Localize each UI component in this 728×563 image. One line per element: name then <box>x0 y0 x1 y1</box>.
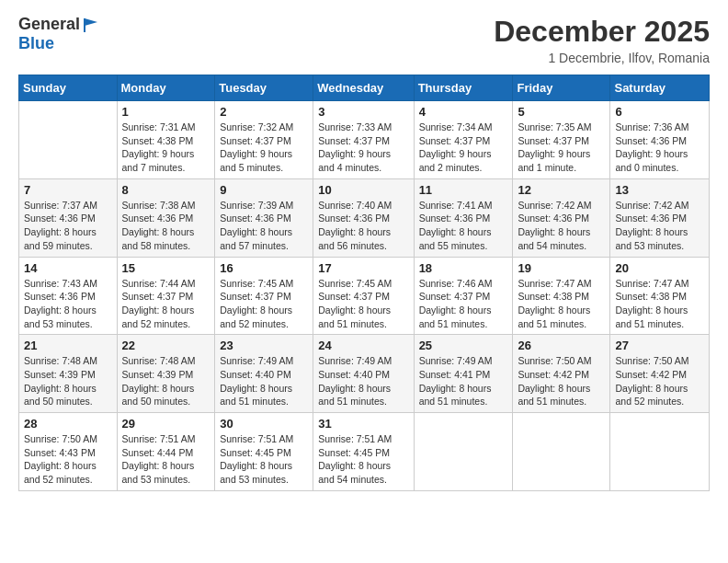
month-title: December 2025 <box>494 15 710 49</box>
calendar-cell <box>513 413 610 491</box>
day-info: Sunrise: 7:31 AMSunset: 4:38 PMDaylight:… <box>122 121 210 175</box>
calendar-cell: 29Sunrise: 7:51 AMSunset: 4:44 PMDayligh… <box>117 413 215 491</box>
calendar-cell: 1Sunrise: 7:31 AMSunset: 4:38 PMDaylight… <box>117 101 215 179</box>
calendar-cell: 25Sunrise: 7:49 AMSunset: 4:41 PMDayligh… <box>414 335 513 413</box>
calendar-cell: 3Sunrise: 7:33 AMSunset: 4:37 PMDaylight… <box>313 101 414 179</box>
day-info: Sunrise: 7:51 AMSunset: 4:44 PMDaylight:… <box>122 432 210 487</box>
day-number: 23 <box>220 339 308 352</box>
day-number: 29 <box>122 417 210 431</box>
logo-blue-text: Blue <box>18 34 54 52</box>
day-number: 10 <box>318 183 408 197</box>
calendar-cell: 6Sunrise: 7:36 AMSunset: 4:36 PMDaylight… <box>610 101 710 179</box>
calendar-cell: 15Sunrise: 7:44 AMSunset: 4:37 PMDayligh… <box>117 257 215 335</box>
day-info: Sunrise: 7:45 AMSunset: 4:37 PMDaylight:… <box>220 277 308 331</box>
calendar-cell: 20Sunrise: 7:47 AMSunset: 4:38 PMDayligh… <box>610 257 710 335</box>
day-number: 14 <box>24 261 112 275</box>
calendar-cell: 10Sunrise: 7:40 AMSunset: 4:36 PMDayligh… <box>313 178 414 257</box>
calendar-cell: 11Sunrise: 7:41 AMSunset: 4:36 PMDayligh… <box>414 178 513 257</box>
day-number: 27 <box>615 339 704 352</box>
calendar-day-header: Thursday <box>414 75 513 101</box>
calendar-cell: 2Sunrise: 7:32 AMSunset: 4:37 PMDaylight… <box>215 101 313 179</box>
day-info: Sunrise: 7:34 AMSunset: 4:37 PMDaylight:… <box>419 121 508 175</box>
day-info: Sunrise: 7:47 AMSunset: 4:38 PMDaylight:… <box>615 277 704 331</box>
calendar-day-header: Sunday <box>19 75 118 101</box>
day-info: Sunrise: 7:35 AMSunset: 4:37 PMDaylight:… <box>518 121 605 175</box>
day-info: Sunrise: 7:50 AMSunset: 4:43 PMDaylight:… <box>24 432 112 487</box>
day-info: Sunrise: 7:50 AMSunset: 4:42 PMDaylight:… <box>615 354 704 408</box>
day-number: 17 <box>318 261 408 275</box>
calendar-cell: 26Sunrise: 7:50 AMSunset: 4:42 PMDayligh… <box>513 335 610 413</box>
day-number: 28 <box>24 417 112 431</box>
day-info: Sunrise: 7:50 AMSunset: 4:42 PMDaylight:… <box>518 354 605 408</box>
day-number: 6 <box>615 105 704 119</box>
calendar-week-row: 7Sunrise: 7:37 AMSunset: 4:36 PMDaylight… <box>19 178 710 257</box>
day-info: Sunrise: 7:32 AMSunset: 4:37 PMDaylight:… <box>220 121 308 175</box>
calendar-day-header: Friday <box>513 75 610 101</box>
subtitle: 1 Decembrie, Ilfov, Romania <box>494 51 710 65</box>
logo-flag-icon <box>82 16 100 34</box>
page-container: General Blue December 2025 1 Decembrie, … <box>0 0 728 506</box>
calendar-header: SundayMondayTuesdayWednesdayThursdayFrid… <box>19 75 710 101</box>
calendar-cell <box>19 101 118 179</box>
calendar-cell: 22Sunrise: 7:48 AMSunset: 4:39 PMDayligh… <box>117 335 215 413</box>
calendar-cell: 31Sunrise: 7:51 AMSunset: 4:45 PMDayligh… <box>313 413 414 491</box>
day-number: 11 <box>419 183 508 197</box>
calendar-cell: 7Sunrise: 7:37 AMSunset: 4:36 PMDaylight… <box>19 178 118 257</box>
calendar-cell: 21Sunrise: 7:48 AMSunset: 4:39 PMDayligh… <box>19 335 118 413</box>
day-number: 15 <box>122 261 210 275</box>
day-number: 4 <box>419 105 508 119</box>
day-number: 25 <box>419 339 508 352</box>
day-info: Sunrise: 7:49 AMSunset: 4:40 PMDaylight:… <box>220 354 308 408</box>
calendar-table: SundayMondayTuesdayWednesdayThursdayFrid… <box>18 75 710 491</box>
day-number: 13 <box>615 183 704 197</box>
day-info: Sunrise: 7:42 AMSunset: 4:36 PMDaylight:… <box>615 199 704 253</box>
day-info: Sunrise: 7:48 AMSunset: 4:39 PMDaylight:… <box>122 354 210 408</box>
day-info: Sunrise: 7:45 AMSunset: 4:37 PMDaylight:… <box>318 277 408 331</box>
day-number: 31 <box>318 417 408 431</box>
calendar-cell: 18Sunrise: 7:46 AMSunset: 4:37 PMDayligh… <box>414 257 513 335</box>
calendar-week-row: 28Sunrise: 7:50 AMSunset: 4:43 PMDayligh… <box>19 413 710 491</box>
day-number: 1 <box>122 105 210 119</box>
day-info: Sunrise: 7:49 AMSunset: 4:40 PMDaylight:… <box>318 354 408 408</box>
day-info: Sunrise: 7:40 AMSunset: 4:36 PMDaylight:… <box>318 199 408 253</box>
calendar-cell: 23Sunrise: 7:49 AMSunset: 4:40 PMDayligh… <box>215 335 313 413</box>
header: General Blue December 2025 1 Decembrie, … <box>18 15 710 65</box>
calendar-cell <box>414 413 513 491</box>
day-info: Sunrise: 7:49 AMSunset: 4:41 PMDaylight:… <box>419 354 508 408</box>
calendar-cell: 13Sunrise: 7:42 AMSunset: 4:36 PMDayligh… <box>610 178 710 257</box>
day-info: Sunrise: 7:33 AMSunset: 4:37 PMDaylight:… <box>318 121 408 175</box>
day-info: Sunrise: 7:36 AMSunset: 4:36 PMDaylight:… <box>615 121 704 175</box>
day-number: 8 <box>122 183 210 197</box>
svg-marker-0 <box>85 18 97 26</box>
day-info: Sunrise: 7:41 AMSunset: 4:36 PMDaylight:… <box>419 199 508 253</box>
calendar-cell: 9Sunrise: 7:39 AMSunset: 4:36 PMDaylight… <box>215 178 313 257</box>
day-number: 30 <box>220 417 308 431</box>
logo: General Blue <box>18 15 100 53</box>
day-info: Sunrise: 7:46 AMSunset: 4:37 PMDaylight:… <box>419 277 508 331</box>
calendar-day-header: Saturday <box>610 75 710 101</box>
calendar-day-header: Tuesday <box>215 75 313 101</box>
calendar-week-row: 1Sunrise: 7:31 AMSunset: 4:38 PMDaylight… <box>19 101 710 179</box>
day-number: 21 <box>24 339 112 352</box>
day-info: Sunrise: 7:51 AMSunset: 4:45 PMDaylight:… <box>220 432 308 487</box>
calendar-header-row: SundayMondayTuesdayWednesdayThursdayFrid… <box>19 75 710 101</box>
calendar-cell: 19Sunrise: 7:47 AMSunset: 4:38 PMDayligh… <box>513 257 610 335</box>
day-number: 22 <box>122 339 210 352</box>
day-number: 20 <box>615 261 704 275</box>
day-info: Sunrise: 7:43 AMSunset: 4:36 PMDaylight:… <box>24 277 112 331</box>
day-number: 19 <box>518 261 605 275</box>
day-info: Sunrise: 7:37 AMSunset: 4:36 PMDaylight:… <box>24 199 112 253</box>
calendar-cell <box>610 413 710 491</box>
day-number: 12 <box>518 183 605 197</box>
day-info: Sunrise: 7:47 AMSunset: 4:38 PMDaylight:… <box>518 277 605 331</box>
day-info: Sunrise: 7:51 AMSunset: 4:45 PMDaylight:… <box>318 432 408 487</box>
calendar-cell: 17Sunrise: 7:45 AMSunset: 4:37 PMDayligh… <box>313 257 414 335</box>
day-info: Sunrise: 7:38 AMSunset: 4:36 PMDaylight:… <box>122 199 210 253</box>
calendar-cell: 16Sunrise: 7:45 AMSunset: 4:37 PMDayligh… <box>215 257 313 335</box>
day-number: 16 <box>220 261 308 275</box>
day-info: Sunrise: 7:39 AMSunset: 4:36 PMDaylight:… <box>220 199 308 253</box>
day-number: 5 <box>518 105 605 119</box>
calendar-day-header: Wednesday <box>313 75 414 101</box>
logo-general-text: General <box>18 15 80 34</box>
calendar-day-header: Monday <box>117 75 215 101</box>
